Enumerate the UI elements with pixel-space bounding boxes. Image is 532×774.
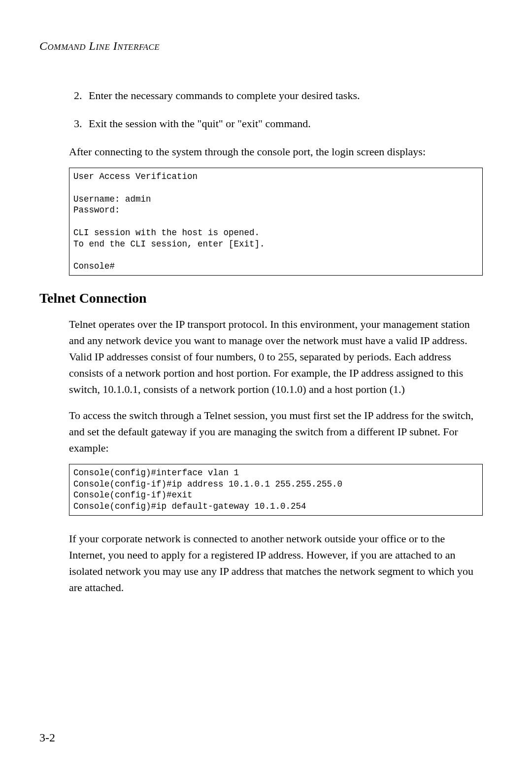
paragraph: If your corporate network is connected t… bbox=[69, 530, 483, 596]
code-block-config: Console(config)#interface vlan 1 Console… bbox=[69, 464, 483, 516]
page-number: 3-2 bbox=[39, 731, 55, 744]
running-header: Command Line Interface bbox=[39, 39, 493, 53]
list-number: 3. bbox=[69, 115, 89, 132]
paragraph: To access the switch through a Telnet se… bbox=[69, 407, 483, 456]
list-text: Enter the necessary commands to complete… bbox=[89, 87, 483, 104]
code-block-login: User Access Verification Username: admin… bbox=[69, 168, 483, 276]
main-content: 2. Enter the necessary commands to compl… bbox=[39, 87, 493, 596]
list-text: Exit the session with the "quit" or "exi… bbox=[89, 115, 483, 132]
paragraph: After connecting to the system through t… bbox=[69, 143, 483, 160]
paragraph: Telnet operates over the IP transport pr… bbox=[69, 316, 483, 397]
list-item: 3. Exit the session with the "quit" or "… bbox=[69, 115, 483, 132]
list-number: 2. bbox=[69, 87, 89, 104]
section-heading: Telnet Connection bbox=[39, 290, 483, 306]
list-item: 2. Enter the necessary commands to compl… bbox=[69, 87, 483, 104]
